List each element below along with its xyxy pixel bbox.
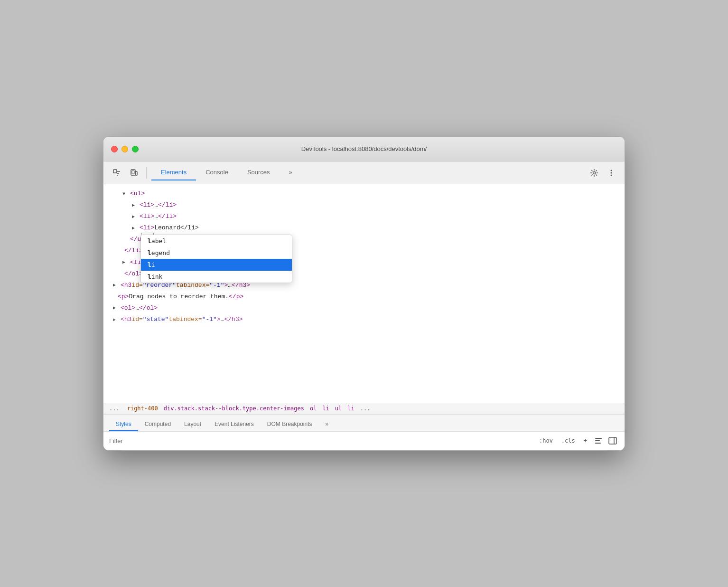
dom-tree: ▼ <ul> ▶ <li>…</li> ▶ <li>…</li> ▶ <li>L… — [103, 184, 625, 403]
tab-more-bottom[interactable]: » — [319, 418, 336, 431]
close-button[interactable] — [111, 146, 118, 152]
svg-point-8 — [611, 170, 612, 171]
svg-point-7 — [593, 171, 596, 174]
expand-arrow[interactable]: ▶ — [132, 201, 139, 209]
svg-rect-11 — [595, 438, 602, 439]
svg-rect-12 — [595, 440, 600, 441]
maximize-button[interactable] — [132, 146, 139, 152]
cls-button[interactable]: .cls — [558, 436, 579, 445]
settings-button[interactable] — [587, 165, 602, 180]
add-style-button[interactable]: + — [580, 436, 590, 445]
hov-button[interactable]: :hov — [536, 436, 556, 445]
breadcrumb-item-ol[interactable]: ol — [310, 405, 317, 412]
toolbar: Elements Console Sources » — [103, 161, 625, 184]
filter-bar: :hov .cls + — [103, 432, 625, 450]
dom-node-ul[interactable]: ▼ <ul> — [103, 188, 625, 199]
tab-console[interactable]: Console — [196, 165, 238, 180]
tab-elements[interactable]: Elements — [151, 165, 196, 180]
breadcrumb-item-li2[interactable]: li — [347, 405, 354, 412]
breadcrumb-item-ul[interactable]: ul — [335, 405, 342, 412]
breadcrumb-bar: ... right-400 div.stack.stack--block.typ… — [103, 403, 625, 414]
inspect-element-button[interactable] — [109, 165, 124, 180]
titlebar: DevTools - localhost:8080/docs/devtools/… — [103, 137, 625, 161]
device-toggle-button[interactable] — [126, 165, 141, 180]
svg-rect-0 — [113, 170, 117, 173]
window-title: DevTools - localhost:8080/docs/devtools/… — [301, 145, 427, 152]
svg-rect-5 — [132, 170, 134, 174]
sidebar-toggle-icon[interactable] — [607, 435, 619, 447]
expand-arrow[interactable]: ▶ — [113, 304, 120, 312]
tab-dom-breakpoints[interactable]: DOM Breakpoints — [261, 418, 319, 431]
autocomplete-item-legend[interactable]: legend — [141, 247, 292, 259]
dom-node-li-1[interactable]: ▶ <li>…</li> — [103, 199, 625, 211]
dom-node-ol[interactable]: ▶ <ol>…</ol> — [103, 303, 625, 314]
breadcrumb-item-div[interactable]: div.stack.stack--block.type.center-image… — [164, 405, 304, 412]
autocomplete-item-li[interactable]: li — [141, 259, 292, 271]
expand-arrow[interactable]: ▶ — [113, 316, 120, 324]
autocomplete-dropdown: label legend li link — [140, 235, 292, 283]
tab-bar: Elements Console Sources » — [151, 165, 585, 180]
expand-arrow[interactable]: ▶ — [132, 213, 139, 221]
svg-rect-6 — [135, 171, 137, 175]
tab-more[interactable]: » — [280, 165, 302, 180]
overflow-menu-button[interactable] — [604, 165, 619, 180]
tab-layout[interactable]: Layout — [177, 418, 208, 431]
dom-node-li-leonard[interactable]: ▶ <li>Leonard</li> — [103, 222, 625, 234]
breadcrumb-item-li1[interactable]: li — [322, 405, 329, 412]
filter-input[interactable] — [109, 437, 532, 445]
expand-arrow[interactable]: ▼ — [122, 190, 129, 198]
tab-computed[interactable]: Computed — [138, 418, 177, 431]
expand-arrow[interactable]: ▶ — [113, 281, 120, 289]
svg-point-10 — [611, 174, 612, 176]
tab-styles[interactable]: Styles — [109, 418, 138, 431]
expand-arrow[interactable]: ▶ — [122, 258, 129, 266]
tab-sources[interactable]: Sources — [238, 165, 280, 180]
svg-rect-13 — [595, 443, 601, 444]
autocomplete-item-link[interactable]: link — [141, 271, 292, 283]
toolbar-right — [587, 165, 619, 180]
breadcrumb-item-right400[interactable]: right-400 — [127, 405, 158, 412]
dom-node-h3-state[interactable]: ▶ <h3 id="state" tabindex="-1"> …</h3> — [103, 314, 625, 325]
bottom-tabs: Styles Computed Layout Event Listeners D… — [103, 415, 625, 432]
element-state-icon[interactable] — [592, 435, 605, 447]
devtools-window: DevTools - localhost:8080/docs/devtools/… — [103, 136, 625, 451]
svg-rect-14 — [609, 437, 616, 444]
bottom-panel: Styles Computed Layout Event Listeners D… — [103, 414, 625, 450]
traffic-lights — [111, 146, 139, 152]
filter-actions: :hov .cls + — [536, 435, 619, 447]
breadcrumb-more[interactable]: ... — [360, 405, 371, 412]
autocomplete-item-label[interactable]: label — [141, 235, 292, 247]
minimize-button[interactable] — [121, 146, 128, 152]
toolbar-divider — [146, 167, 147, 179]
expand-arrow[interactable]: ▶ — [132, 224, 139, 232]
breadcrumb-dots[interactable]: ... — [109, 405, 120, 412]
dom-node-p[interactable]: <p>Drag nodes to reorder them.</p> — [103, 291, 625, 303]
svg-point-9 — [611, 172, 612, 173]
dom-node-li-2[interactable]: ▶ <li>…</li> — [103, 211, 625, 222]
tab-event-listeners[interactable]: Event Listeners — [208, 418, 261, 431]
